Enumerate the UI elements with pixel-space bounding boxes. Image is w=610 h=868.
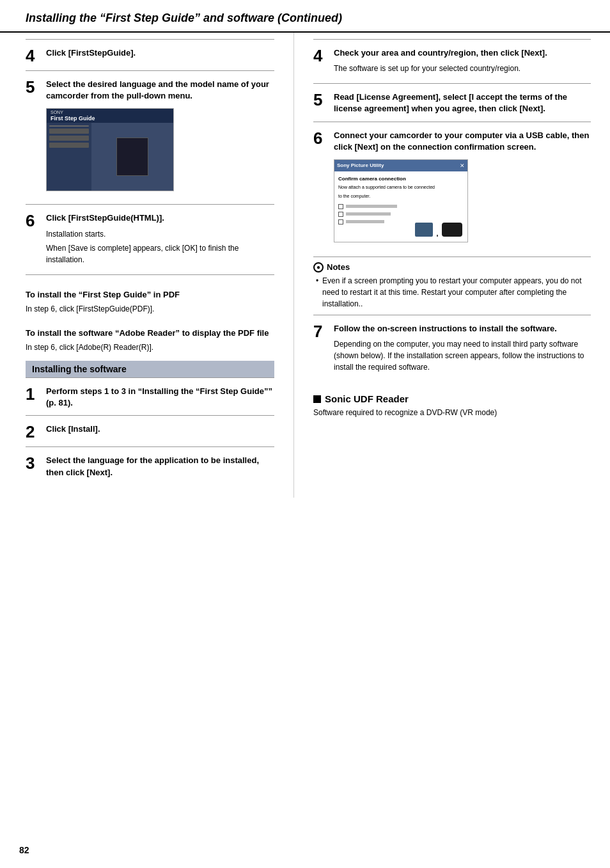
step-6-right: 6 Connect your camcorder to your compute… (313, 122, 591, 255)
page-title: Installing the “First Step Guide” and so… (26, 12, 342, 24)
step-number-3-installing: 3 (26, 455, 35, 471)
screenshot2-body-line1: Now attach a supported camera to be conn… (338, 184, 464, 191)
step-body-6-left-line1: Installation starts. (46, 228, 274, 240)
sub-section-adobe-title: To install the software “Adobe Reader” t… (26, 327, 274, 339)
screenshot-select-3 (49, 143, 89, 148)
sonic-body: Software required to recognize a DVD-RW … (313, 407, 591, 418)
sonic-heading: Sonic UDF Reader (313, 393, 591, 404)
step-title-6-right: Connect your camcorder to your computer … (334, 130, 591, 153)
step-number-2-installing: 2 (26, 423, 35, 440)
main-content: 4 Click [FirstStepGuide]. 5 Select the d… (0, 33, 610, 498)
screenshot2-body: Confirm camera connection Now attach a s… (334, 171, 467, 242)
screenshot2-text-line-3 (346, 220, 384, 223)
step-7-right: 7 Follow the on-screen instructions to i… (313, 315, 591, 382)
screenshot-right-panel (91, 123, 173, 191)
screenshot2-row-2 (338, 211, 464, 217)
sub-section-pdf: To install the “First Step Guide” in PDF… (26, 274, 274, 315)
sub-section-pdf-title: To install the “First Step Guide” in PDF (26, 289, 274, 301)
step-number-4-left: 4 (26, 47, 35, 64)
notes-body: Even if a screen prompting you to restar… (313, 275, 591, 310)
step-body-4-right: The software is set up for your selected… (334, 63, 591, 74)
screenshot2-lines (338, 203, 464, 225)
screenshot-content (47, 123, 173, 191)
screenshot-select-1 (49, 129, 89, 134)
notes-box: ● Notes Even if a screen prompting you t… (313, 256, 591, 310)
step-number-1-installing: 1 (26, 386, 35, 402)
step-3-installing: 3 Select the language for the applicatio… (26, 446, 274, 484)
screenshot2-cable-img (437, 235, 438, 237)
screenshot-select-2 (49, 136, 89, 141)
sonic-square-icon (313, 395, 321, 403)
notes-item-1: Even if a screen prompting you to restar… (316, 275, 591, 310)
screenshot2-monitor-img (415, 223, 433, 237)
step-number-5-left: 5 (26, 79, 35, 95)
screenshot2-check-3 (338, 219, 343, 225)
screenshot-titlebar: SONY First Step Guide (47, 109, 173, 123)
sub-section-pdf-body: In step 6, click [FirstStepGuide(PDF)]. (26, 303, 274, 315)
screenshot-left-panel (47, 123, 91, 191)
screenshot2-subtitle: Confirm camera connection (338, 175, 464, 182)
step-6-left: 6 Click [FirstStepGuide(HTML)]. Installa… (26, 204, 274, 274)
step-body-7-right: Depending on the computer, you may need … (334, 338, 591, 373)
screenshot-connection: Sony Picture Utility ✕ Confirm camera co… (334, 159, 468, 242)
step-body-4-right-text: The software is set up for your selected… (334, 63, 591, 74)
screenshot2-check-1 (338, 204, 343, 209)
screenshot-first-step-guide: SONY First Step Guide (46, 108, 174, 191)
screenshot2-close-icon: ✕ (460, 162, 465, 169)
left-column: 4 Click [FirstStepGuide]. 5 Select the d… (0, 33, 294, 498)
screenshot-title: First Step Guide (51, 115, 95, 122)
screenshot2-check-2 (338, 212, 343, 217)
section-heading-installing: Installing the software (26, 361, 274, 377)
step-1-installing: 1 Perform steps 1 to 3 in “Installing th… (26, 377, 274, 415)
step-title-2-installing: Click [Install]. (46, 423, 274, 435)
step-title-3-installing: Select the language for the application … (46, 455, 274, 478)
step-title-6-left: Click [FirstStepGuide(HTML)]. (46, 212, 274, 224)
screenshot2-text-line-2 (346, 212, 391, 216)
screenshot-book (116, 138, 148, 176)
screenshot2-title-text: Sony Picture Utility (337, 162, 384, 168)
screenshot2-row-1 (338, 203, 464, 209)
sonic-heading-text: Sonic UDF Reader (325, 393, 409, 404)
screenshot2-camera-img (442, 223, 462, 237)
sonic-section: Sonic UDF Reader Software required to re… (313, 382, 591, 418)
step-title-5-right: Read [License Agreement], select [I acce… (334, 91, 591, 114)
page-number: 82 (19, 845, 29, 855)
step-5-left: 5 Select the desired language and the mo… (26, 70, 274, 204)
step-number-5-right: 5 (313, 91, 322, 108)
step-number-6-right: 6 (313, 130, 322, 146)
step-title-5-left: Select the desired language and the mode… (46, 79, 274, 102)
right-column: 4 Check your area and country/region, th… (294, 33, 610, 498)
step-title-4-right: Check your area and country/region, then… (334, 47, 591, 59)
screenshot-line-1 (49, 125, 89, 127)
sub-section-adobe-body: In step 6, click [Adobe(R) Reader(R)]. (26, 342, 274, 353)
screenshot2-illustration (415, 223, 462, 237)
step-5-right: 5 Read [License Agreement], select [I ac… (313, 83, 591, 121)
step-4-left: 4 Click [FirstStepGuide]. (26, 39, 274, 70)
step-body-7-right-text: Depending on the computer, you may need … (334, 338, 591, 373)
step-number-7-right: 7 (313, 323, 322, 340)
notes-icon: ● (313, 262, 324, 272)
step-title-4-left: Click [FirstStepGuide]. (46, 47, 274, 59)
page-header: Installing the “First Step Guide” and so… (0, 0, 610, 33)
step-body-6-left-line2: When [Save is complete] appears, click [… (46, 242, 274, 265)
notes-header: ● Notes (313, 262, 591, 272)
step-4-right: 4 Check your area and country/region, th… (313, 39, 591, 83)
step-title-1-installing: Perform steps 1 to 3 in “Installing the … (46, 386, 274, 409)
step-body-6-left: Installation starts. When [Save is compl… (46, 228, 274, 265)
sub-section-adobe: To install the software “Adobe Reader” t… (26, 315, 274, 353)
step-title-7-right: Follow the on-screen instructions to ins… (334, 323, 591, 335)
notes-label: Notes (327, 262, 350, 272)
screenshot2-body-line2: to the computer. (338, 193, 464, 200)
step-number-6-left: 6 (26, 212, 35, 229)
step-number-4-right: 4 (313, 47, 322, 64)
screenshot2-titlebar: Sony Picture Utility ✕ (334, 160, 467, 171)
step-2-installing: 2 Click [Install]. (26, 415, 274, 446)
screenshot-logo: SONY (51, 110, 95, 114)
screenshot2-text-line-1 (346, 205, 397, 208)
